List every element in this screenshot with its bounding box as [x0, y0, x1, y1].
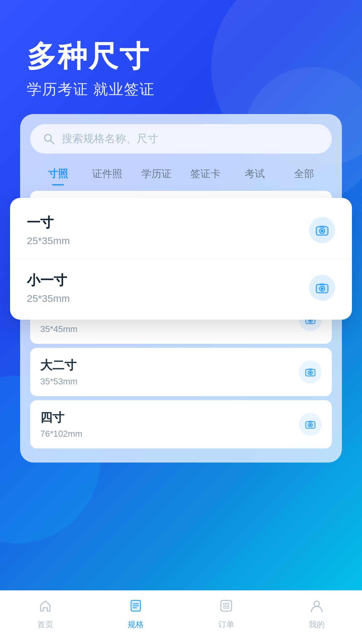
- svg-rect-42: [221, 600, 232, 611]
- list-item-name: 大二寸: [40, 357, 77, 374]
- camera-button[interactable]: [299, 361, 322, 383]
- category-tabs: 寸照 证件照 学历证 签证卡 考试 全部: [30, 164, 332, 184]
- camera-button[interactable]: [299, 413, 322, 436]
- search-icon: [42, 132, 56, 146]
- list-item[interactable]: 四寸 76*102mm: [30, 400, 332, 448]
- svg-point-25: [309, 424, 311, 426]
- nav-label-order: 订单: [218, 619, 234, 630]
- floating-item-yicun[interactable]: 一寸 25*35mm: [10, 201, 352, 259]
- floating-item-info-2: 小一寸 25*35mm: [27, 271, 70, 304]
- list-item-size: 76*102mm: [40, 429, 82, 439]
- svg-point-20: [309, 372, 311, 374]
- tab-cunzhao[interactable]: 寸照: [34, 164, 83, 184]
- nav-label-mine: 我的: [309, 619, 325, 630]
- svg-rect-21: [308, 368, 312, 370]
- home-icon: [38, 598, 53, 616]
- tab-qianzhengka[interactable]: 签证卡: [181, 164, 230, 184]
- nav-item-order[interactable]: 订单: [181, 598, 272, 630]
- spec-icon: [128, 598, 143, 616]
- nav-label-home: 首页: [37, 619, 53, 630]
- order-icon: [219, 598, 234, 616]
- tab-zhengjianzhao[interactable]: 证件照: [83, 164, 132, 184]
- list-item-name: 四寸: [40, 410, 82, 426]
- search-bar[interactable]: 搜索规格名称、尺寸: [30, 124, 332, 154]
- page-subtitle: 学历考证 就业签证: [27, 79, 155, 99]
- svg-line-1: [51, 141, 54, 144]
- bottom-nav: 首页 规格 订单 我的: [0, 590, 362, 644]
- svg-point-43: [314, 601, 319, 606]
- floating-camera-btn-1[interactable]: [309, 217, 335, 243]
- list-item-size: 35*53mm: [40, 376, 77, 387]
- svg-rect-31: [320, 225, 325, 227]
- list-item-size: 35*45mm: [40, 324, 77, 334]
- tab-xuelizh[interactable]: 学历证: [132, 164, 181, 184]
- page-title: 多种尺寸: [27, 40, 155, 73]
- floating-item-info-1: 一寸 25*35mm: [27, 213, 70, 247]
- floating-card: 一寸 25*35mm 小一寸 25*35mm: [10, 198, 352, 320]
- tab-quanbu[interactable]: 全部: [279, 164, 328, 184]
- floating-item-name-2: 小一寸: [27, 271, 70, 289]
- floating-item-xiaoyicun[interactable]: 小一寸 25*35mm: [10, 259, 352, 316]
- search-input[interactable]: 搜索规格名称、尺寸: [62, 131, 158, 146]
- svg-rect-36: [320, 283, 325, 285]
- list-item-info: 大二寸 35*53mm: [40, 357, 77, 387]
- header-area: 多种尺寸 学历考证 就业签证: [27, 40, 155, 99]
- nav-item-spec[interactable]: 规格: [90, 598, 181, 630]
- svg-point-35: [321, 287, 323, 290]
- nav-label-spec: 规格: [128, 619, 144, 630]
- floating-item-name-1: 一寸: [27, 213, 70, 232]
- nav-item-home[interactable]: 首页: [0, 598, 90, 630]
- svg-point-30: [321, 229, 323, 232]
- floating-camera-btn-2[interactable]: [309, 275, 335, 301]
- mine-icon: [309, 598, 324, 616]
- list-item[interactable]: 大二寸 35*53mm: [30, 348, 332, 396]
- svg-rect-26: [308, 421, 312, 422]
- list-item-info: 四寸 76*102mm: [40, 410, 82, 439]
- floating-item-size-2: 25*35mm: [27, 293, 70, 304]
- nav-item-mine[interactable]: 我的: [272, 598, 362, 630]
- floating-item-size-1: 25*35mm: [27, 235, 70, 247]
- tab-kaoshi[interactable]: 考试: [230, 164, 280, 184]
